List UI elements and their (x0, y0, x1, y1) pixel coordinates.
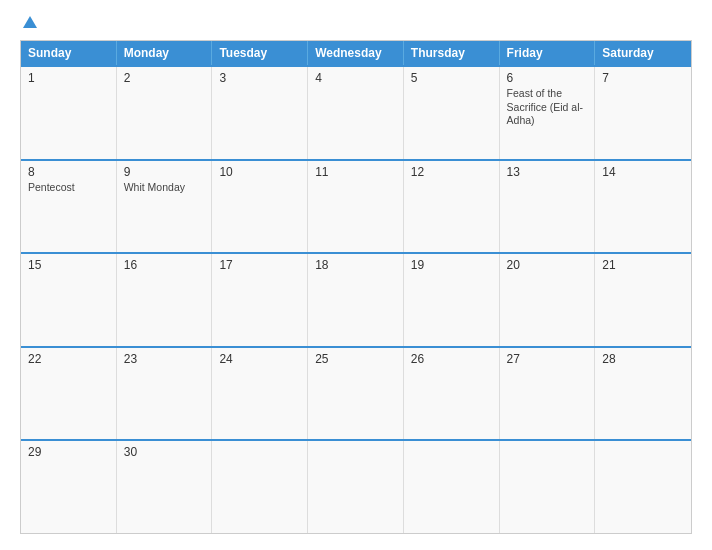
calendar-row-1: 8Pentecost9Whit Monday1011121314 (21, 159, 691, 253)
calendar-cell: 25 (308, 348, 404, 440)
day-header-friday: Friday (500, 41, 596, 65)
calendar-cell: 12 (404, 161, 500, 253)
day-number: 10 (219, 165, 300, 179)
day-number: 21 (602, 258, 684, 272)
calendar-body: 123456Feast of the Sacrifice (Eid al-Adh… (21, 65, 691, 533)
day-number: 14 (602, 165, 684, 179)
day-header-sunday: Sunday (21, 41, 117, 65)
day-number: 5 (411, 71, 492, 85)
calendar-cell: 3 (212, 67, 308, 159)
day-number: 7 (602, 71, 684, 85)
calendar-cell: 30 (117, 441, 213, 533)
day-event: Pentecost (28, 181, 109, 195)
calendar-cell (404, 441, 500, 533)
calendar-cell: 2 (117, 67, 213, 159)
calendar-cell (500, 441, 596, 533)
header (20, 16, 692, 30)
calendar-cell: 16 (117, 254, 213, 346)
day-header-thursday: Thursday (404, 41, 500, 65)
calendar-cell (212, 441, 308, 533)
day-number: 13 (507, 165, 588, 179)
calendar-cell: 13 (500, 161, 596, 253)
calendar: SundayMondayTuesdayWednesdayThursdayFrid… (20, 40, 692, 534)
day-number: 19 (411, 258, 492, 272)
calendar-cell: 15 (21, 254, 117, 346)
day-number: 9 (124, 165, 205, 179)
calendar-cell (308, 441, 404, 533)
calendar-cell: 20 (500, 254, 596, 346)
day-number: 6 (507, 71, 588, 85)
day-number: 2 (124, 71, 205, 85)
day-header-tuesday: Tuesday (212, 41, 308, 65)
calendar-cell: 19 (404, 254, 500, 346)
day-number: 26 (411, 352, 492, 366)
calendar-row-2: 15161718192021 (21, 252, 691, 346)
day-number: 16 (124, 258, 205, 272)
day-number: 12 (411, 165, 492, 179)
day-number: 3 (219, 71, 300, 85)
calendar-cell: 9Whit Monday (117, 161, 213, 253)
day-header-saturday: Saturday (595, 41, 691, 65)
day-number: 4 (315, 71, 396, 85)
day-number: 22 (28, 352, 109, 366)
calendar-cell: 4 (308, 67, 404, 159)
calendar-cell: 28 (595, 348, 691, 440)
day-header-wednesday: Wednesday (308, 41, 404, 65)
day-number: 24 (219, 352, 300, 366)
calendar-row-4: 2930 (21, 439, 691, 533)
day-event: Feast of the Sacrifice (Eid al-Adha) (507, 87, 588, 128)
calendar-row-0: 123456Feast of the Sacrifice (Eid al-Adh… (21, 65, 691, 159)
logo-triangle-icon (23, 16, 37, 28)
day-number: 30 (124, 445, 205, 459)
calendar-cell: 6Feast of the Sacrifice (Eid al-Adha) (500, 67, 596, 159)
calendar-cell: 18 (308, 254, 404, 346)
day-number: 1 (28, 71, 109, 85)
calendar-cell: 27 (500, 348, 596, 440)
day-number: 29 (28, 445, 109, 459)
day-header-monday: Monday (117, 41, 213, 65)
day-number: 11 (315, 165, 396, 179)
calendar-header: SundayMondayTuesdayWednesdayThursdayFrid… (21, 41, 691, 65)
day-number: 28 (602, 352, 684, 366)
day-number: 27 (507, 352, 588, 366)
calendar-cell: 26 (404, 348, 500, 440)
day-event: Whit Monday (124, 181, 205, 195)
day-number: 18 (315, 258, 396, 272)
calendar-cell: 7 (595, 67, 691, 159)
calendar-cell: 5 (404, 67, 500, 159)
calendar-cell: 10 (212, 161, 308, 253)
calendar-cell: 14 (595, 161, 691, 253)
day-number: 20 (507, 258, 588, 272)
page: SundayMondayTuesdayWednesdayThursdayFrid… (0, 0, 712, 550)
calendar-cell: 29 (21, 441, 117, 533)
calendar-cell: 21 (595, 254, 691, 346)
calendar-cell: 22 (21, 348, 117, 440)
calendar-cell: 17 (212, 254, 308, 346)
calendar-cell (595, 441, 691, 533)
calendar-cell: 23 (117, 348, 213, 440)
calendar-cell: 1 (21, 67, 117, 159)
day-number: 15 (28, 258, 109, 272)
day-number: 17 (219, 258, 300, 272)
calendar-row-3: 22232425262728 (21, 346, 691, 440)
calendar-cell: 11 (308, 161, 404, 253)
calendar-cell: 8Pentecost (21, 161, 117, 253)
logo (20, 16, 37, 30)
day-number: 25 (315, 352, 396, 366)
calendar-cell: 24 (212, 348, 308, 440)
day-number: 8 (28, 165, 109, 179)
day-number: 23 (124, 352, 205, 366)
